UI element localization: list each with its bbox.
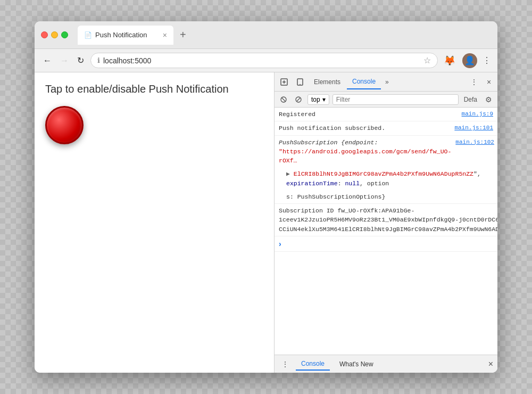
bottom-menu-icon[interactable]: ⋮ [279, 358, 292, 371]
console-message: Push notification subscribed. [279, 124, 450, 133]
address-bar[interactable]: ℹ localhost:5000 ☆ [90, 53, 438, 68]
devtools-settings-icon[interactable]: ⋮ [468, 76, 480, 88]
tab-page-icon: 📄 [84, 31, 92, 39]
avatar[interactable]: 👤 [462, 53, 477, 68]
chevron-down-icon: ▾ [322, 96, 326, 103]
title-bar: 📄 Push Notification × + [35, 21, 497, 49]
console-entry-pushsubscription: PushSubscription {endpoint: "https://and… [275, 136, 497, 204]
tab-close-button[interactable]: × [163, 31, 167, 39]
expiration-value: null [345, 180, 360, 187]
devtools-tabs: Elements Console » ⋮ × [275, 72, 497, 92]
svg-line-6 [297, 98, 300, 101]
expiration-suffix: , option [360, 180, 389, 187]
console-settings-icon[interactable]: ⚙ [483, 94, 494, 105]
console-source-link[interactable]: main.js:9 [462, 110, 493, 119]
push-subscription-text: PushSubscription {endpoint: [279, 139, 378, 146]
bottom-tab-whats-new[interactable]: What's New [334, 358, 379, 370]
forward-button: → [58, 54, 71, 68]
options-text: s: [286, 193, 297, 200]
devtools-actions: ⋮ × [468, 76, 495, 88]
maximize-button[interactable] [61, 31, 68, 38]
menu-icon[interactable]: ⋮ [483, 55, 491, 65]
bottom-tab-console[interactable]: Console [296, 358, 330, 371]
console-source-link[interactable]: main.js:101 [454, 124, 493, 133]
push-subscription-detail: ▶ ElCRI8blhNt9JgBIMGrC98avZPmA4b2PXfm9Uw… [279, 169, 493, 188]
page-title: Tap to enable/disable Push Notification [45, 83, 263, 95]
push-subscription-options: s: PushSubscriptionOptions} [279, 192, 493, 201]
traffic-lights [41, 31, 68, 38]
device-toolbar-icon[interactable] [293, 75, 307, 89]
expand-icon[interactable]: ▶ [286, 170, 294, 177]
reload-button[interactable]: ↻ [75, 53, 86, 68]
inspect-element-icon[interactable] [277, 75, 292, 89]
console-toolbar: top ▾ Defa ⚙ [275, 92, 497, 108]
tab-title: Push Notification [95, 31, 147, 39]
expiration-colon: : [338, 180, 345, 187]
prompt-chevron-icon: › [279, 240, 281, 248]
active-tab[interactable]: 📄 Push Notification × [78, 26, 173, 45]
expiration-time-key: expirationTime [286, 180, 338, 187]
minimize-button[interactable] [51, 31, 58, 38]
subscription-id-detail: ElCRI8blhNt9JgBIMGrC98avZPmA4b2PXfm9UwN6… [294, 170, 473, 177]
extension-icon[interactable]: 🦊 [442, 53, 457, 68]
console-prompt[interactable]: › [275, 236, 497, 252]
devtools-bottom-bar: ⋮ Console What's New × [275, 355, 497, 373]
context-select[interactable]: top ▾ [307, 94, 329, 105]
push-notification-button[interactable] [45, 106, 84, 144]
tab-bar: 📄 Push Notification × + [78, 26, 491, 45]
bottom-close-button[interactable]: × [488, 359, 493, 369]
devtools-panel: Elements Console » ⋮ × [274, 72, 497, 373]
console-output: Registered main.js:9 Push notification s… [275, 108, 497, 355]
nav-bar: ← → ↻ ℹ localhost:5000 ☆ 🦊 👤 ⋮ [35, 49, 497, 72]
console-entry-registered: Registered main.js:9 [275, 108, 497, 121]
endpoint-url: "https://android.googleapis.com/gcm/send… [279, 148, 451, 164]
options-class: PushSubscriptionOptions} [297, 193, 386, 200]
console-message: Subscription ID fw_UO-rOXfk:APA91bGe-1ce… [279, 206, 497, 234]
close-button[interactable] [41, 31, 48, 38]
filter-input[interactable] [332, 94, 459, 105]
subscription-detail-suffix: ", [473, 170, 481, 177]
webpage: Tap to enable/disable Push Notification [35, 72, 274, 373]
secure-icon: ℹ [97, 56, 100, 64]
content-area: Tap to enable/disable Push Notification [35, 72, 497, 373]
tab-console[interactable]: Console [347, 75, 381, 89]
filter-icon[interactable] [293, 94, 304, 105]
new-tab-button[interactable]: + [176, 27, 190, 43]
bookmark-icon[interactable]: ☆ [423, 55, 431, 65]
console-source-link[interactable]: main.js:102 [455, 138, 494, 166]
browser-window: 📄 Push Notification × + ← → ↻ ℹ localhos… [35, 21, 497, 373]
svg-line-4 [281, 97, 286, 102]
nav-icons: 🦊 👤 ⋮ [442, 53, 491, 68]
clear-console-icon[interactable] [278, 94, 289, 105]
devtools-close-icon[interactable]: × [483, 76, 495, 88]
svg-point-2 [300, 84, 301, 85]
console-message: PushSubscription {endpoint: "https://and… [279, 138, 451, 166]
back-button[interactable]: ← [41, 54, 54, 68]
console-entry-subscribed: Push notification subscribed. main.js:10… [275, 121, 497, 135]
tab-elements[interactable]: Elements [309, 75, 346, 89]
context-value: top [311, 96, 320, 103]
console-entry-subscription-id: Subscription ID fw_UO-rOXfk:APA91bGe-1ce… [275, 204, 497, 236]
log-level-select[interactable]: Defa [462, 95, 479, 104]
console-message: Registered [279, 110, 458, 119]
more-tabs-button[interactable]: » [382, 76, 392, 88]
address-text: localhost:5000 [103, 56, 420, 65]
